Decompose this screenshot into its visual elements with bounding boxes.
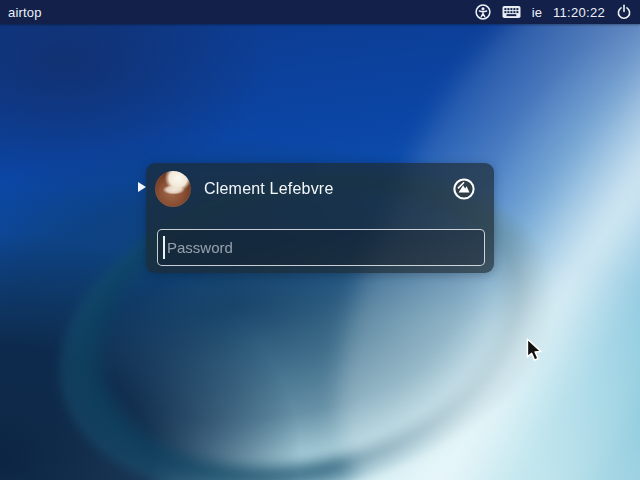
session-badge-icon[interactable] (453, 178, 475, 200)
username-label: Clement Lefebvre (204, 180, 453, 198)
login-panel: Clement Lefebvre (146, 163, 494, 273)
power-icon[interactable] (616, 4, 632, 20)
top-bar-indicators: ie 11:20:22 (475, 4, 632, 20)
login-screen: airtop (0, 0, 640, 480)
password-field-area (157, 229, 485, 266)
keyboard-icon[interactable] (502, 5, 521, 19)
accessibility-icon[interactable] (475, 4, 491, 20)
user-avatar (155, 171, 191, 207)
selected-user-arrow-icon (138, 182, 146, 192)
user-row: Clement Lefebvre (146, 163, 494, 215)
password-input[interactable] (157, 229, 485, 266)
hostname-label: airtop (8, 5, 42, 20)
top-bar: airtop (0, 0, 640, 24)
keyboard-layout-indicator[interactable]: ie (532, 5, 542, 20)
clock: 11:20:22 (553, 5, 605, 20)
